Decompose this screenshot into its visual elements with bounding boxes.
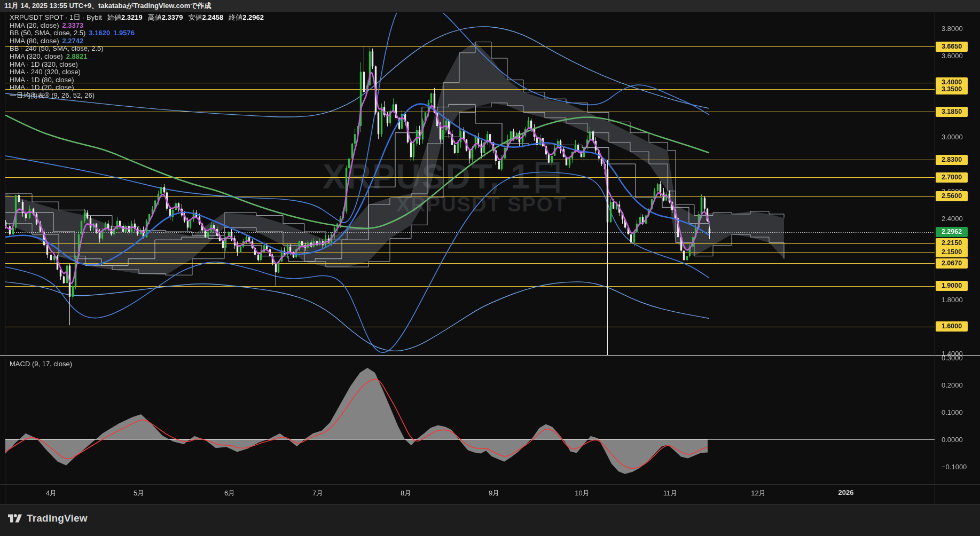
ohlc-value-3: 2.2962	[242, 13, 264, 21]
macd-tick-label: 0.3000	[942, 354, 963, 362]
indicator-value: 2.8821	[66, 52, 88, 60]
indicator-value: 3.1620	[89, 29, 110, 37]
macd-legend[interactable]: MACD (9, 17, close)	[10, 360, 72, 368]
time-axis-label: 7月	[312, 488, 323, 498]
macd-tick-label: −0.1000	[942, 462, 967, 470]
ohlc-label-1: 高値2.3379	[148, 13, 183, 21]
tradingview-brand[interactable]: TradingView	[7, 513, 88, 524]
tradingview-logo-icon	[7, 513, 22, 524]
price-level-badge: 2.8300	[936, 155, 968, 165]
legend-indicator-row-2[interactable]: HMA (80, close)2.2742	[10, 37, 309, 45]
tradingview-brand-text: TradingView	[27, 513, 88, 524]
price-tick-label: 2.4000	[942, 214, 963, 222]
indicator-label: HMA (80, close)	[10, 37, 59, 45]
pane-left-border	[5, 12, 5, 504]
price-level-badge: 2.0670	[936, 258, 968, 269]
legend-indicator-row-6[interactable]: HMA · 240 (320, close)	[10, 68, 309, 76]
price-level-badge: 2.1500	[936, 247, 968, 257]
time-axis-label: 9月	[489, 488, 499, 498]
macd-tick-label: 0.2000	[942, 381, 963, 389]
price-level-badge: 3.1850	[936, 107, 968, 117]
footer-bar: TradingView	[0, 504, 980, 536]
price-level-badge: 2.5600	[936, 191, 968, 201]
legend-indicator-row-1[interactable]: BB (50, SMA, close, 2.5)3.16201.9576	[10, 29, 309, 37]
price-tick-label: 1.8000	[942, 295, 963, 303]
time-axis-label: 6月	[224, 488, 235, 498]
ohlc-value-2: 2.2458	[202, 13, 223, 21]
macd-tick-label: 0.1000	[942, 408, 963, 416]
current-price-badge: 2.2962	[936, 227, 968, 237]
symbol-title: XRPUSDT SPOT · 1日 · Bybit	[10, 13, 102, 21]
ohlc-label-2: 安値2.2458	[188, 13, 223, 21]
legend-indicator-row-5[interactable]: HMA · 1D (320, close)	[10, 61, 309, 69]
indicator-value: 2.2742	[62, 37, 83, 45]
ohlc-label-0: 始値2.3219	[107, 13, 143, 21]
legend-indicator-row-0[interactable]: HMA (20, close)2.3373	[10, 22, 309, 30]
indicator-label: HMA (320, close)	[10, 52, 63, 60]
price-tick-label: 3.0000	[942, 133, 963, 141]
indicator-label: HMA · 1D (20, close)	[10, 83, 74, 91]
legend-indicator-row-9[interactable]: 一目均衡表® (9, 26, 52, 26)	[10, 92, 309, 100]
legend-indicator-row-3[interactable]: BB · 240 (50, SMA, close, 2.5)	[10, 45, 309, 53]
indicator-label: BB · 240 (50, SMA, close, 2.5)	[10, 44, 104, 52]
price-level-badge: 3.3500	[936, 84, 968, 94]
time-axis-label: 4月	[46, 488, 57, 498]
tradingview-chart-window: 11月 14, 2025 13:55 UTC+9、takatabaがTradin…	[0, 0, 980, 536]
price-tick-label: 3.8000	[942, 25, 963, 33]
indicator-label: HMA · 240 (320, close)	[10, 68, 81, 76]
legend-indicator-row-4[interactable]: HMA (320, close)2.8821	[10, 53, 309, 61]
time-axis-label: 12月	[751, 488, 765, 498]
price-level-badge: 3.6650	[936, 42, 968, 52]
indicator-label: HMA · 1D (320, close)	[10, 60, 78, 68]
indicator-value: 1.9576	[113, 29, 135, 37]
time-axis-label: 10月	[575, 488, 589, 498]
macd-legend-label: MACD (9, 17, close)	[10, 360, 72, 368]
time-axis-label: 5月	[134, 488, 144, 498]
footer-top-border	[0, 504, 980, 505]
indicator-label: HMA · 1D (80, close)	[10, 76, 74, 84]
legend-indicator-row-7[interactable]: HMA · 1D (80, close)	[10, 76, 309, 84]
legend-main-row[interactable]: XRPUSDT SPOT · 1日 · Bybit始値2.3219高値2.337…	[10, 14, 309, 22]
price-level-badge: 1.6000	[936, 321, 968, 332]
ohlc-label-3: 終値2.2962	[229, 13, 264, 21]
macd-tick-label: 0.0000	[942, 435, 963, 443]
time-axis-label: 2026	[838, 488, 854, 496]
price-level-badge: 1.9000	[936, 281, 968, 291]
ohlc-value-0: 2.3219	[121, 13, 143, 21]
indicator-label: 一目均衡表® (9, 26, 52, 26)	[10, 91, 95, 99]
price-tick-label: 3.6000	[942, 51, 963, 59]
indicator-label: HMA (20, close)	[10, 21, 59, 29]
ohlc-value-1: 2.3379	[162, 13, 183, 21]
time-axis-label: 8月	[401, 488, 411, 498]
price-axis-border	[935, 12, 935, 504]
time-axis-top-border	[0, 484, 980, 485]
indicator-value: 2.3373	[62, 21, 83, 29]
indicator-label: BB (50, SMA, close, 2.5)	[10, 29, 85, 37]
price-level-badge: 2.7000	[936, 172, 968, 183]
legend-indicator-row-8[interactable]: HMA · 1D (20, close)	[10, 84, 309, 92]
time-axis-label: 11月	[663, 488, 678, 498]
indicator-legend: XRPUSDT SPOT · 1日 · Bybit始値2.3219高値2.337…	[10, 14, 309, 100]
